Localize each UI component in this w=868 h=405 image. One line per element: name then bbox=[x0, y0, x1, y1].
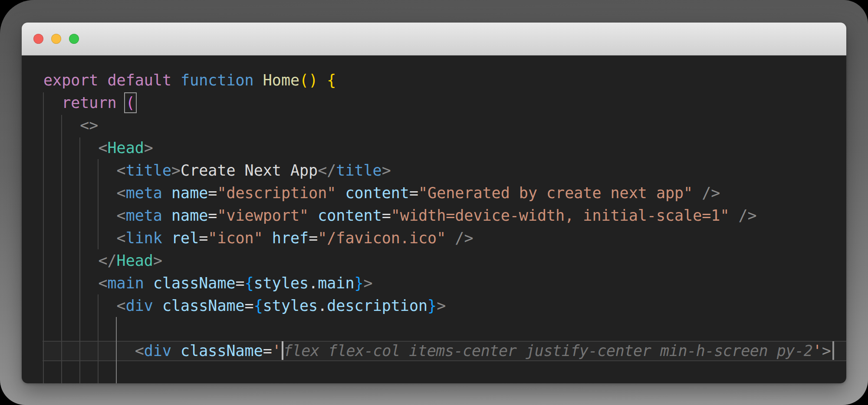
token-plain: = bbox=[199, 229, 208, 247]
token-punct: <> bbox=[80, 117, 98, 134]
code-line: <> bbox=[43, 114, 846, 137]
token-punct: > bbox=[171, 162, 181, 179]
token-tag: div bbox=[126, 297, 153, 314]
token-brace: } bbox=[355, 274, 364, 292]
token-punct: < bbox=[117, 207, 126, 224]
token-string: "icon" bbox=[208, 229, 263, 247]
token-tag: div bbox=[144, 342, 171, 359]
indent-spaces bbox=[43, 252, 98, 269]
token-attr: name bbox=[171, 207, 208, 224]
token-plain bbox=[162, 229, 171, 247]
token-plain bbox=[162, 207, 171, 224]
token-tag: meta bbox=[126, 184, 162, 202]
token-string: ' bbox=[272, 342, 281, 359]
token-punct: > bbox=[153, 252, 162, 269]
code-editor[interactable]: export default function Home() { return … bbox=[22, 56, 846, 383]
token-punct: > bbox=[382, 162, 391, 179]
token-plain: = bbox=[263, 342, 272, 359]
token-plain bbox=[336, 184, 345, 202]
indent-spaces bbox=[43, 162, 117, 179]
token-keyword: default bbox=[108, 72, 172, 89]
token-tag: function bbox=[181, 72, 254, 89]
token-gold: () bbox=[299, 72, 318, 89]
window-titlebar[interactable] bbox=[22, 23, 846, 56]
token-plain: = bbox=[208, 207, 217, 224]
token-string: "/favicon.ico" bbox=[318, 229, 446, 247]
token-punct: </ bbox=[98, 252, 116, 269]
token-orchid: ( bbox=[126, 94, 135, 111]
code-line: <Head> bbox=[43, 137, 846, 159]
code-line: <main className={styles.main}> bbox=[43, 272, 846, 294]
indent-spaces bbox=[43, 117, 80, 134]
token-punct: > bbox=[364, 274, 373, 292]
token-plain: = bbox=[382, 207, 391, 224]
token-attr: className bbox=[181, 342, 263, 359]
token-punct: > bbox=[822, 342, 831, 359]
indent-spaces bbox=[43, 342, 135, 359]
token-plain: = bbox=[208, 184, 217, 202]
token-plain bbox=[117, 94, 126, 111]
token-string: ' bbox=[813, 342, 822, 359]
text-cursor bbox=[832, 341, 834, 360]
token-punct: < bbox=[117, 184, 126, 202]
token-keyword: return bbox=[62, 94, 116, 111]
token-plain bbox=[318, 72, 327, 89]
indent-spaces bbox=[43, 184, 117, 202]
screenshot-root: { "window": { "type": "macos-code-editor… bbox=[0, 0, 868, 405]
token-punct: /> bbox=[455, 229, 473, 247]
token-keyword: export bbox=[43, 72, 98, 89]
token-string: "viewport" bbox=[217, 207, 309, 224]
token-punct: < bbox=[98, 274, 107, 292]
indent-spaces bbox=[43, 207, 117, 224]
token-brace: { bbox=[245, 274, 254, 292]
zoom-button[interactable] bbox=[69, 34, 79, 44]
token-plain bbox=[171, 342, 181, 359]
token-punct: < bbox=[98, 139, 107, 157]
token-attr: name bbox=[171, 184, 208, 202]
code-line bbox=[43, 317, 846, 340]
token-plain bbox=[144, 274, 153, 292]
code-line: </Head> bbox=[43, 249, 846, 272]
token-punct: /> bbox=[702, 184, 720, 202]
token-punct: /> bbox=[739, 207, 757, 224]
token-attr: rel bbox=[171, 229, 199, 247]
indent-spaces bbox=[43, 297, 117, 314]
token-attr: main bbox=[318, 274, 354, 292]
close-button[interactable] bbox=[33, 34, 43, 44]
token-plain bbox=[254, 72, 263, 89]
token-string: "Generated by create next app" bbox=[418, 184, 693, 202]
token-punct: > bbox=[437, 297, 446, 314]
token-plain bbox=[309, 207, 318, 224]
token-punct: </ bbox=[318, 162, 336, 179]
token-plain bbox=[263, 229, 272, 247]
token-string: "description" bbox=[217, 184, 336, 202]
token-tag: link bbox=[126, 229, 162, 247]
code-area: export default function Home() { return … bbox=[22, 56, 846, 383]
token-attr: href bbox=[272, 229, 309, 247]
token-brace: { bbox=[254, 297, 263, 314]
token-plain: = bbox=[309, 229, 318, 247]
minimize-button[interactable] bbox=[51, 34, 61, 44]
code-line: <div className={styles.description}> bbox=[43, 294, 846, 317]
token-component: Head bbox=[117, 252, 153, 269]
token-brace: } bbox=[427, 297, 437, 314]
token-punct: < bbox=[117, 229, 126, 247]
token-plain: = bbox=[409, 184, 418, 202]
token-plain bbox=[98, 72, 107, 89]
token-punct: < bbox=[135, 342, 144, 359]
code-line: <div className='flex flex-col items-cent… bbox=[43, 340, 846, 362]
code-line: <meta name="description" content="Genera… bbox=[43, 182, 846, 204]
token-attr: styles bbox=[254, 274, 309, 292]
indent-spaces bbox=[43, 139, 98, 157]
token-plain bbox=[153, 297, 162, 314]
token-plain bbox=[171, 72, 181, 89]
token-component: Head bbox=[108, 139, 144, 157]
token-punct: < bbox=[117, 297, 126, 314]
token-string: "width=device-width, initial-scale=1" bbox=[391, 207, 730, 224]
token-attr: className bbox=[162, 297, 245, 314]
indent-spaces bbox=[43, 229, 117, 247]
token-plain bbox=[446, 229, 455, 247]
code-line: <meta name="viewport" content="width=dev… bbox=[43, 204, 846, 227]
token-attr: styles bbox=[263, 297, 318, 314]
token-gold: { bbox=[327, 72, 336, 89]
